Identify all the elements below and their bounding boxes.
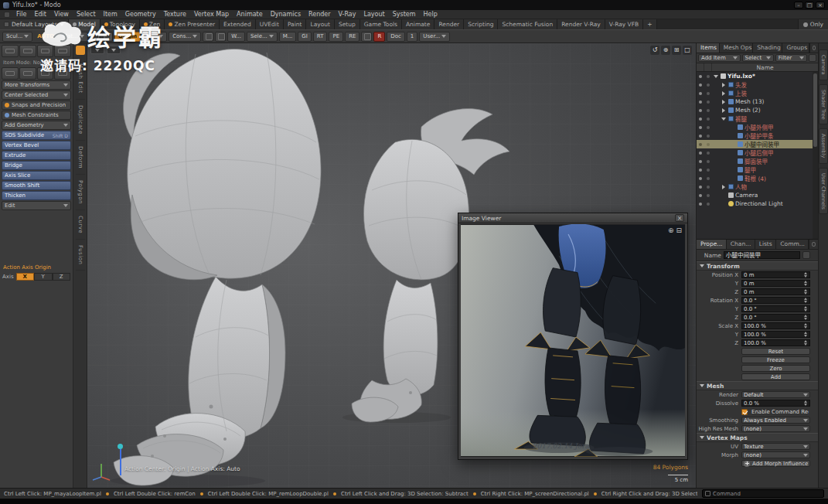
layout-tab[interactable]: Zen (140, 19, 165, 29)
expand-arrow-icon[interactable] (731, 133, 736, 139)
menu-item[interactable]: Select (73, 10, 100, 19)
mirror-tool-icon[interactable] (37, 67, 54, 80)
toolbar-button[interactable]: RT (313, 32, 328, 42)
toolbar-button[interactable]: RE (345, 32, 359, 42)
toolbar-button[interactable]: Sy... (142, 32, 167, 42)
tool-button[interactable]: SDS Subdivide Shift D (2, 131, 71, 140)
tree-row[interactable]: 上装 (697, 89, 813, 97)
visibility-eye-icon[interactable] (697, 203, 704, 206)
viewport-nav-icon[interactable]: ⊞ (672, 46, 681, 55)
layout-tab[interactable]: Paint (284, 19, 307, 29)
image-tool-icon[interactable]: ⊟ (676, 226, 682, 234)
property-value-control[interactable]: Texture (741, 443, 810, 450)
layout-tab[interactable]: Animate (402, 19, 434, 29)
tree-column-header[interactable]: Name (697, 63, 818, 72)
add-item-button[interactable]: Add Item (698, 54, 741, 62)
render-eye-icon[interactable] (704, 109, 712, 112)
render-eye-icon[interactable] (704, 100, 712, 104)
property-value-control[interactable]: 0.0 ° (741, 305, 810, 312)
minimize-button[interactable]: – (794, 2, 803, 9)
scale-tool-icon[interactable] (37, 45, 54, 57)
visibility-eye-icon[interactable] (697, 75, 704, 78)
menu-item[interactable]: Render (305, 10, 334, 19)
checkbox[interactable] (741, 409, 748, 415)
tool-category-tab[interactable]: Mesh Edit (76, 58, 85, 100)
toolbar-button[interactable]: Mat... (59, 32, 88, 42)
render-eye-icon[interactable] (704, 92, 712, 95)
property-value-control[interactable]: 100.0 % (741, 339, 810, 346)
properties-tab[interactable]: Comm... (776, 240, 809, 249)
stepper-icon[interactable] (802, 315, 808, 320)
view-type-dropdown[interactable] (90, 46, 104, 54)
visibility-eye-icon[interactable] (697, 169, 704, 172)
toolbar-button[interactable] (203, 32, 213, 42)
layout-tab[interactable]: Zen Presenter (165, 19, 220, 29)
property-value-control[interactable]: 100.0 % (741, 322, 810, 329)
toolbar-button[interactable]: Scul... (2, 32, 32, 42)
visibility-eye-icon[interactable] (697, 126, 704, 129)
property-value-control[interactable]: Enable Command Regions (750, 408, 810, 415)
expand-arrow-icon[interactable] (721, 107, 727, 114)
visibility-eye-icon[interactable] (697, 143, 704, 146)
layout-presets-dropdown[interactable]: Default Layouts (0, 19, 69, 29)
tree-row[interactable]: 小腿中间装甲 (697, 140, 813, 148)
tree-row[interactable]: 小腿护甲条 (697, 131, 813, 140)
render-eye-icon[interactable] (704, 152, 712, 155)
action-center-handle[interactable] (118, 444, 123, 449)
expand-arrow-icon[interactable] (731, 167, 736, 173)
property-value-control[interactable]: 0.0 ° (741, 297, 810, 304)
toolbar-button[interactable] (102, 32, 113, 42)
image-viewer-content[interactable]: ⊕⊟ 2017.02.14 Jora (461, 224, 685, 457)
render-eye-icon[interactable] (704, 143, 712, 146)
visibility-eye-icon[interactable] (697, 160, 704, 163)
toolbar-button[interactable]: Doc (387, 32, 405, 42)
maximize-button[interactable]: □ (805, 2, 814, 9)
layout-tab[interactable]: Game Tools (360, 19, 402, 29)
axis-button[interactable]: Z (53, 273, 70, 281)
items-panel-tab[interactable]: Shading (753, 43, 782, 53)
tool-button[interactable]: More Transforms (2, 80, 71, 90)
tool-category-tab[interactable]: Polygon (76, 175, 85, 210)
expand-arrow-icon[interactable] (721, 90, 727, 97)
axis-button[interactable]: X (16, 273, 34, 281)
close-button[interactable]: × (816, 2, 825, 9)
expand-arrow-icon[interactable] (731, 175, 736, 182)
tree-row[interactable]: Yifu.lxo* (697, 72, 813, 80)
toolbar-button[interactable]: W... (227, 32, 245, 42)
command-input[interactable]: Command (702, 489, 824, 498)
menu-item[interactable]: Layout (360, 10, 389, 19)
menu-item[interactable]: Vertex Map (190, 10, 233, 19)
visibility-eye-icon[interactable] (697, 186, 704, 189)
menu-item[interactable]: Help (420, 10, 441, 19)
list-options-icon[interactable] (809, 54, 816, 62)
tool-button[interactable]: Bridge (2, 161, 71, 170)
tool-button[interactable]: Snaps and Precision (2, 100, 71, 110)
section-caret-icon[interactable] (700, 384, 704, 387)
items-panel-tab[interactable]: Mesh Ops (720, 43, 754, 53)
visibility-eye-icon[interactable] (697, 92, 704, 95)
visibility-eye-icon[interactable] (697, 177, 704, 180)
viewport-nav-icon[interactable]: □ (683, 46, 692, 55)
right-edge-tab[interactable]: Camera (819, 49, 828, 80)
render-eye-icon[interactable] (704, 177, 712, 180)
tree-row[interactable]: 脚面装甲 (697, 157, 813, 165)
properties-tab[interactable]: Prope... (697, 240, 727, 249)
select-dropdown[interactable]: Select (742, 54, 774, 62)
axis-button[interactable]: Y (34, 273, 52, 281)
stepper-icon[interactable] (802, 323, 808, 329)
toolbar-button[interactable]: M... (279, 32, 297, 42)
gear-icon[interactable] (809, 43, 818, 53)
image-tool-icon[interactable]: ⊕ (668, 226, 674, 234)
property-value-control[interactable]: 100.0 % (741, 331, 810, 338)
stepper-icon[interactable] (802, 298, 808, 303)
layout-tab[interactable]: Topology (101, 19, 140, 29)
tree-row[interactable]: 小腿外侧甲 (697, 123, 813, 131)
3d-viewport[interactable]: ↺⊕⊞□ Action Center: Origin | Action Axis… (87, 43, 696, 488)
expand-arrow-icon[interactable] (731, 124, 736, 131)
tool-button[interactable]: Vertex Bevel (2, 141, 71, 150)
right-edge-tab[interactable]: Shader Tree (819, 84, 828, 125)
scrollbar-thumb[interactable] (813, 73, 817, 147)
visibility-eye-icon[interactable] (697, 83, 704, 87)
menu-item[interactable]: V-Ray (335, 10, 360, 19)
stepper-icon[interactable] (802, 340, 808, 346)
